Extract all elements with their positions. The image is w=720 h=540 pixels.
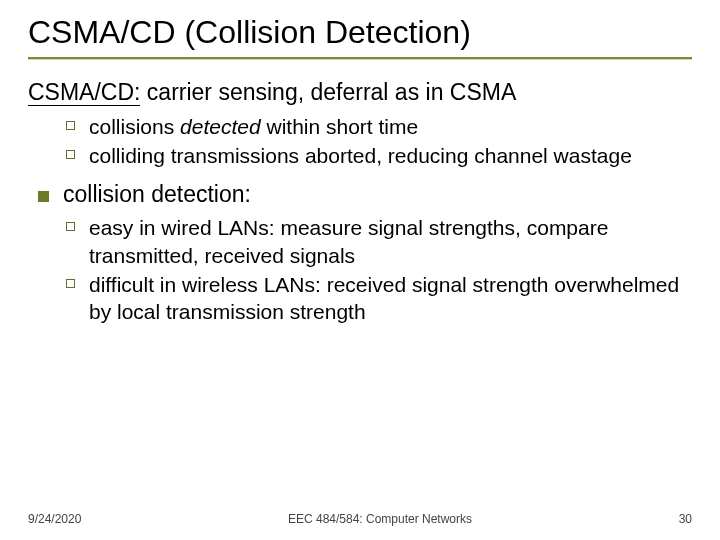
slide-title: CSMA/CD (Collision Detection) — [28, 10, 692, 57]
bullet-text: easy in wired LANs: measure signal stren… — [89, 214, 692, 269]
list-item: difficult in wireless LANs: received sig… — [66, 271, 692, 326]
square-bullet-icon — [66, 222, 75, 231]
lead-underlined: CSMA/CD: — [28, 79, 140, 106]
square-bullet-icon — [66, 150, 75, 159]
footer-course: EEC 484/584: Computer Networks — [128, 512, 632, 526]
text-emphasis: detected — [180, 115, 261, 138]
text-part: within short time — [261, 115, 419, 138]
list-item: colliding transmissions aborted, reducin… — [66, 142, 692, 169]
lead-line: CSMA/CD: carrier sensing, deferral as in… — [28, 78, 692, 107]
text-part: collisions — [89, 115, 180, 138]
bullet-text: colliding transmissions aborted, reducin… — [89, 142, 632, 169]
detection-heading-row: collision detection: — [28, 181, 692, 208]
footer-date: 9/24/2020 — [28, 512, 128, 526]
sub-list-b: easy in wired LANs: measure signal stren… — [66, 214, 692, 325]
bullet-text: difficult in wireless LANs: received sig… — [89, 271, 692, 326]
detection-heading: collision detection: — [63, 181, 251, 208]
list-item: collisions detected within short time — [66, 113, 692, 140]
footer-page-number: 30 — [632, 512, 692, 526]
bullet-text: collisions detected within short time — [89, 113, 418, 140]
sub-list-a: collisions detected within short time co… — [66, 113, 692, 170]
square-bullet-icon — [66, 121, 75, 130]
title-underline — [28, 57, 692, 60]
square-bullet-icon — [66, 279, 75, 288]
slide: CSMA/CD (Collision Detection) CSMA/CD: c… — [0, 0, 720, 540]
lead-rest: carrier sensing, deferral as in CSMA — [140, 79, 516, 105]
list-item: easy in wired LANs: measure signal stren… — [66, 214, 692, 269]
slide-footer: 9/24/2020 EEC 484/584: Computer Networks… — [0, 512, 720, 526]
filled-square-bullet-icon — [38, 191, 49, 202]
